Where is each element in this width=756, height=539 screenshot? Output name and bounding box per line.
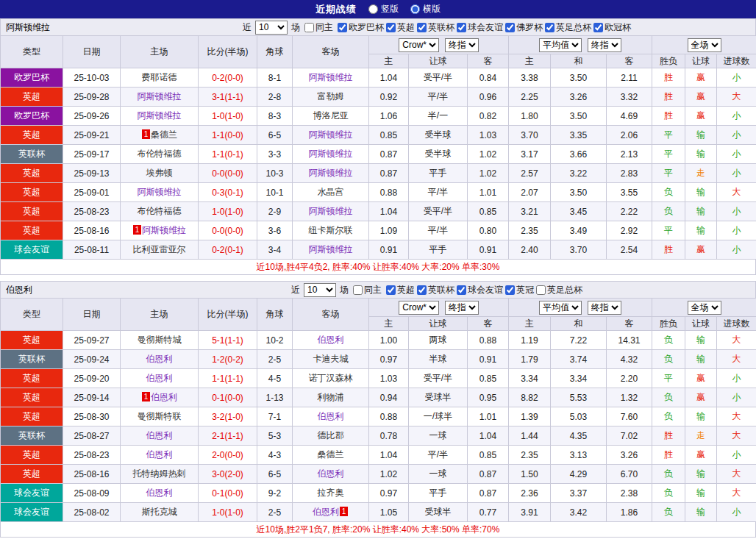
avg-select[interactable]: 平均值 <box>539 301 582 315</box>
away-team[interactable]: 伯恩利 <box>293 407 369 426</box>
home-team[interactable]: 阿斯顿维拉 <box>121 107 199 126</box>
same-home-box[interactable] <box>304 23 314 32</box>
team-link[interactable]: 水晶宫 <box>318 187 344 197</box>
home-team[interactable]: 1阿斯顿维拉 <box>121 221 199 240</box>
competition-checkbox[interactable]: 英联杯 <box>417 284 454 296</box>
team-link[interactable]: 伯恩利 <box>318 468 344 479</box>
team-link[interactable]: 拉齐奥 <box>318 488 344 498</box>
home-team[interactable]: 阿斯顿维拉 <box>121 88 199 107</box>
away-team[interactable]: 拉齐奥 <box>293 484 369 503</box>
team-link[interactable]: 伯恩利 <box>151 392 177 402</box>
team-link[interactable]: 阿斯顿维拉 <box>309 149 353 159</box>
team-link[interactable]: 阿斯顿维拉 <box>138 187 182 197</box>
team-link[interactable]: 博洛尼亚 <box>313 110 349 121</box>
home-team[interactable]: 比利亚雷亚尔 <box>121 240 199 260</box>
team-link[interactable]: 托特纳姆热刺 <box>133 468 186 479</box>
recent-count-select[interactable]: 10 <box>304 283 336 297</box>
competition-box[interactable] <box>505 285 515 295</box>
away-team[interactable]: 阿斯顿维拉 <box>293 202 369 221</box>
handicap-time-select[interactable]: 终指 <box>445 38 479 52</box>
home-team[interactable]: 斯托克城 <box>121 503 199 522</box>
home-team[interactable]: 伯恩利 <box>121 426 199 446</box>
competition-checkbox[interactable]: 英超 <box>386 284 415 296</box>
away-team[interactable]: 阿斯顿维拉 <box>293 145 369 164</box>
team-link[interactable]: 阿斯顿维拉 <box>142 225 186 235</box>
competition-checkbox[interactable]: 欧冠杯 <box>593 21 631 34</box>
team-link[interactable]: 阿斯顿维拉 <box>138 110 182 121</box>
away-team[interactable]: 水晶宫 <box>293 183 369 202</box>
vertical-radio[interactable] <box>368 4 378 14</box>
competition-checkbox[interactable]: 英超 <box>386 21 415 34</box>
away-team[interactable]: 阿斯顿维拉 <box>293 240 369 260</box>
away-team[interactable]: 纽卡斯尔联 <box>293 221 369 240</box>
team-link[interactable]: 伯恩利 <box>318 335 344 345</box>
away-team[interactable]: 卡迪夫城 <box>293 350 369 369</box>
competition-box[interactable] <box>457 23 466 32</box>
competition-box[interactable] <box>386 23 396 32</box>
home-team[interactable]: 埃弗顿 <box>121 164 199 183</box>
competition-box[interactable] <box>386 285 396 295</box>
competition-checkbox[interactable]: 球会友谊 <box>457 21 503 34</box>
away-team[interactable]: 阿斯顿维拉 <box>293 126 369 145</box>
layout-radio-horizontal[interactable]: 横版 <box>410 3 441 15</box>
away-team[interactable]: 伯恩利 <box>293 331 369 350</box>
away-team[interactable]: 博洛尼亚 <box>293 107 369 126</box>
team-link[interactable]: 阿斯顿维拉 <box>309 244 353 254</box>
competition-box[interactable] <box>338 23 347 32</box>
home-team[interactable]: 曼彻斯特城 <box>121 331 199 350</box>
horizontal-radio[interactable] <box>410 4 420 14</box>
team-link[interactable]: 阿斯顿维拉 <box>309 129 353 140</box>
home-team[interactable]: 伯恩利 <box>121 369 199 388</box>
team-link[interactable]: 伯恩利 <box>146 449 173 460</box>
home-team[interactable]: 布伦特福德 <box>121 145 199 164</box>
same-home-checkbox[interactable]: 同主 <box>304 21 333 34</box>
home-team[interactable]: 托特纳姆热刺 <box>121 465 199 484</box>
home-team[interactable]: 伯恩利 <box>121 484 199 503</box>
same-home-box[interactable] <box>353 285 363 295</box>
competition-checkbox[interactable]: 英足总杯 <box>545 21 591 34</box>
competition-checkbox[interactable]: 英冠 <box>505 284 534 296</box>
team-link[interactable]: 曼彻斯特城 <box>138 335 182 345</box>
away-team[interactable]: 阿斯顿维拉 <box>293 68 369 88</box>
away-team[interactable]: 伯恩利 <box>293 465 369 484</box>
bookmaker-select[interactable]: Crow* <box>399 38 439 52</box>
team-link[interactable]: 埃弗顿 <box>146 168 173 178</box>
competition-checkbox[interactable]: 英联杯 <box>417 21 454 34</box>
competition-box[interactable] <box>505 23 515 32</box>
avg-select[interactable]: 平均值 <box>539 38 582 52</box>
home-team[interactable]: 费耶诺德 <box>121 68 199 88</box>
period-select[interactable]: 全场 <box>688 38 721 52</box>
competition-checkbox[interactable]: 佛罗杯 <box>505 21 543 34</box>
home-team[interactable]: 布伦特福德 <box>121 202 199 221</box>
team-link[interactable]: 阿斯顿维拉 <box>309 168 353 178</box>
team-link[interactable]: 阿斯顿维拉 <box>309 72 353 82</box>
home-team[interactable]: 1伯恩利 <box>121 388 199 407</box>
team-link[interactable]: 利物浦 <box>318 392 344 402</box>
team-link[interactable]: 伯恩利 <box>146 373 173 383</box>
recent-count-select[interactable]: 10 <box>255 21 288 35</box>
team-link[interactable]: 纽卡斯尔联 <box>309 225 353 235</box>
layout-radio-vertical[interactable]: 竖版 <box>368 3 399 15</box>
avg-time-select[interactable]: 终指 <box>588 38 621 52</box>
away-team[interactable]: 伯恩利1 <box>293 503 369 522</box>
away-team[interactable]: 阿斯顿维拉 <box>293 164 369 183</box>
competition-box[interactable] <box>593 23 603 32</box>
team-link[interactable]: 布伦特福德 <box>138 206 182 216</box>
team-link[interactable]: 桑德兰 <box>318 449 344 460</box>
team-link[interactable]: 诺丁汉森林 <box>309 373 353 383</box>
handicap-time-select[interactable]: 终指 <box>445 301 479 315</box>
competition-box[interactable] <box>536 285 546 295</box>
away-team[interactable]: 诺丁汉森林 <box>293 369 369 388</box>
home-team[interactable]: 伯恩利 <box>121 350 199 369</box>
competition-box[interactable] <box>545 23 554 32</box>
team-link[interactable]: 伯恩利 <box>146 430 173 440</box>
away-team[interactable]: 德比郡 <box>293 426 369 446</box>
bookmaker-select[interactable]: Crow* <box>399 301 439 315</box>
team-link[interactable]: 费耶诺德 <box>142 72 177 82</box>
team-link[interactable]: 阿斯顿维拉 <box>138 91 182 101</box>
team-link[interactable]: 阿斯顿维拉 <box>309 206 353 216</box>
away-team[interactable]: 桑德兰 <box>293 446 369 465</box>
team-link[interactable]: 卡迪夫城 <box>313 354 349 364</box>
team-link[interactable]: 比利亚雷亚尔 <box>133 244 186 254</box>
competition-box[interactable] <box>417 23 427 32</box>
